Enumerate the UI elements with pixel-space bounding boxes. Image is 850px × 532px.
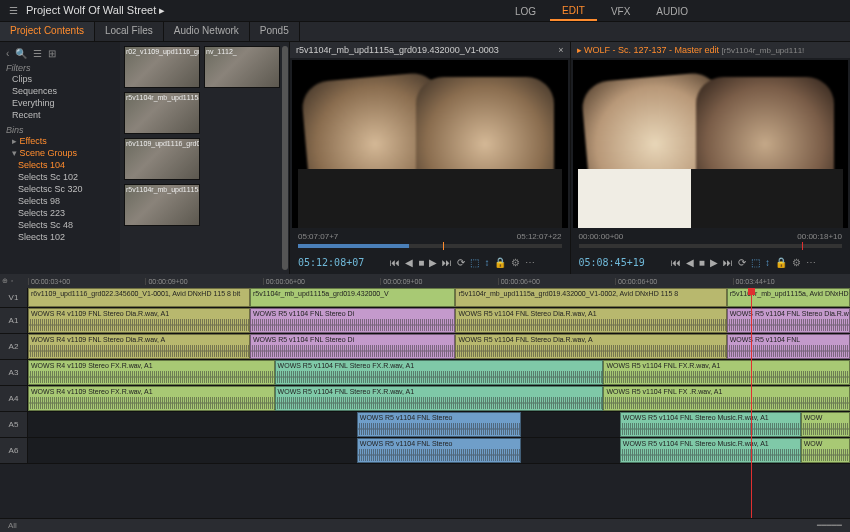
timeline-clip[interactable]: WOWS R5 v1104 FNL Stereo FX.R.wav, A1 [275,386,604,411]
back-icon[interactable]: ‹ [6,48,9,59]
transport-btn-4[interactable]: ⏭ [723,257,733,268]
transport-btn-0[interactable]: ⏮ [671,257,681,268]
timeline-clip[interactable]: WOWS R5 v1104 FNL Stereo Music.R.wav, A1 [620,412,801,437]
track-label-a2[interactable]: A2 [0,334,28,359]
tab-project-contents[interactable]: Project Contents [0,22,95,41]
thumb-view-icon[interactable]: ⊞ [48,48,56,59]
clip-thumbnail[interactable]: r02_v1109_upd1116_grd024 [124,46,200,88]
timeline-clip[interactable]: WOWS R4 v1109 FNL Stereo Dia.R.wav, A [28,334,250,359]
viewer-tool-1[interactable]: ↕ [484,257,489,268]
bin-item[interactable]: Sleects 102 [6,231,114,243]
source-timecode: 05:12:08+07 [298,257,364,268]
bin-item[interactable]: Selectsc Sc 320 [6,183,114,195]
timeline-clip[interactable]: r5v1104r_mb_upd1115a_grd019.432000_V1-00… [455,288,726,307]
viewer-tool-0[interactable]: ⬚ [751,257,760,268]
timeline-clip[interactable]: WOWS R5 v1104 FNL Stereo Di [250,334,456,359]
ruler-tick: 00:00:06+00 [615,278,732,285]
viewer-tool-2[interactable]: 🔒 [494,257,506,268]
timeline-clip[interactable]: WOWS R5 v1104 FNL FX .R.wav, A1 [603,386,850,411]
timeline-clip[interactable]: WOWS R5 v1104 FNL Stereo Dia.R.wav [727,308,850,333]
record-monitor[interactable] [573,60,849,228]
timeline-scrollbar[interactable]: ━━━━━ [817,521,842,530]
record-timecode: 05:08:45+19 [579,257,645,268]
viewer-tool-4[interactable]: ⋯ [525,257,535,268]
timeline-clip[interactable]: WOWS R5 v1104 FNL Stereo Dia.R.wav, A [455,334,726,359]
timeline-clip[interactable]: WOW [801,412,850,437]
transport-btn-2[interactable]: ■ [699,257,705,268]
source-scrub[interactable] [298,244,562,248]
transport-btn-3[interactable]: ▶ [429,257,437,268]
filter-recent[interactable]: Recent [6,109,114,121]
mode-log[interactable]: LOG [503,3,548,20]
filter-sequences[interactable]: Sequences [6,85,114,97]
timeline-clip[interactable]: WOWS R5 v1104 FNL Stereo Di [250,308,456,333]
list-view-icon[interactable]: ☰ [33,48,42,59]
tab-local-files[interactable]: Local Files [95,22,164,41]
search-icon[interactable]: 🔍 [15,48,27,59]
source-tc-out: 05:12:07+22 [517,232,562,241]
mode-edit[interactable]: EDIT [550,2,597,21]
bin-scene-groups[interactable]: Scene Groups [6,147,114,159]
record-scrub[interactable] [579,244,843,248]
viewer-tool-1[interactable]: ↕ [765,257,770,268]
transport-btn-2[interactable]: ■ [418,257,424,268]
track-label-a3[interactable]: A3 [0,360,28,385]
timeline-clip[interactable]: WOWS R5 v1104 FNL Stereo Dia.R.wav, A1 [455,308,726,333]
bin-item[interactable]: Selects Sc 48 [6,219,114,231]
bin-item[interactable]: Selects 98 [6,195,114,207]
viewer-tool-0[interactable]: ⬚ [470,257,479,268]
timeline-clip[interactable]: WOWS R5 v1104 FNL Stereo FX.R.wav, A1 [275,360,604,385]
track-filter-all[interactable]: All [8,521,17,530]
timeline-clip[interactable]: r5v1104r_mb_upd1115a_grd019.432000_V [250,288,456,307]
clip-thumbnail[interactable]: r5v1104r_mb_upd1115a_grd [124,184,200,226]
timeline-clip[interactable]: WOWS R4 v1109 FNL Stereo Dia.R.wav, A1 [28,308,250,333]
clip-thumbnail[interactable]: r5v1104r_mb_upd1115a_grd [124,92,200,134]
transport-btn-5[interactable]: ⟳ [738,257,746,268]
playhead[interactable] [751,288,752,518]
track-label-a5[interactable]: A5 [0,412,28,437]
bin-item[interactable]: Selects Sc 102 [6,171,114,183]
tab-pond5[interactable]: Pond5 [250,22,300,41]
bin-item[interactable]: Selects 223 [6,207,114,219]
track-label-a6[interactable]: A6 [0,438,28,463]
viewer-tool-4[interactable]: ⋯ [806,257,816,268]
source-close-icon[interactable]: × [558,45,563,55]
mode-vfx[interactable]: VFX [599,3,642,20]
transport-btn-1[interactable]: ◀ [686,257,694,268]
clip-thumbnail[interactable]: r6v1109_upd1116_grd022.34 [124,138,200,180]
tab-audio-network[interactable]: Audio Network [164,22,250,41]
transport-btn-4[interactable]: ⏭ [442,257,452,268]
viewer-tool-3[interactable]: ⚙ [511,257,520,268]
track-label-a4[interactable]: A4 [0,386,28,411]
timeline-clip[interactable]: WOWS R5 v1104 FNL Stereo [357,438,521,463]
timeline-snap-icon[interactable]: ◦ [11,277,13,285]
filter-everything[interactable]: Everything [6,97,114,109]
viewer-tool-3[interactable]: ⚙ [792,257,801,268]
transport-btn-3[interactable]: ▶ [710,257,718,268]
transport-btn-0[interactable]: ⏮ [390,257,400,268]
viewer-tool-2[interactable]: 🔒 [775,257,787,268]
timeline-clip[interactable]: WOWS R4 v1109 Stereo FX.R.wav, A1 [28,386,275,411]
clip-thumbnail[interactable]: nv_1112_ [204,46,280,88]
thumbs-scrollbar[interactable] [282,46,288,270]
bin-effects[interactable]: Effects [6,135,114,147]
timeline-clip[interactable]: WOWS R5 v1104 FNL Stereo Music.R.wav, A1 [620,438,801,463]
timeline-clip[interactable]: WOW [801,438,850,463]
mode-audio[interactable]: AUDIO [644,3,700,20]
timeline-clip[interactable]: WOWS R5 v1104 FNL [727,334,850,359]
timeline-clip[interactable]: r6v1109_upd1116_grd022.345600_V1-0001, A… [28,288,250,307]
track-label-a1[interactable]: A1 [0,308,28,333]
app-menu-icon[interactable]: ☰ [6,4,20,18]
timeline-clip[interactable]: r5v1104r_mb_upd1115a, Avid DNxHD 115 8 b… [727,288,850,307]
track-label-v1[interactable]: V1 [0,288,28,307]
transport-btn-5[interactable]: ⟳ [457,257,465,268]
timeline-clip[interactable]: WOWS R5 v1104 FNL FX.R.wav, A1 [603,360,850,385]
timeline-clip[interactable]: WOWS R4 v1109 Stereo FX.R.wav, A1 [28,360,275,385]
timeline-clip[interactable]: WOWS R5 v1104 FNL Stereo [357,412,521,437]
timeline-zoom-icon[interactable]: ⊕ [2,277,8,285]
bin-item[interactable]: Selects 104 [6,159,114,171]
filter-clips[interactable]: Clips [6,73,114,85]
timeline-ruler[interactable]: ⊕ ◦ 00:00:03+0000:00:09+0000:00:06+0000:… [0,274,850,288]
transport-btn-1[interactable]: ◀ [405,257,413,268]
source-monitor[interactable] [292,60,568,228]
